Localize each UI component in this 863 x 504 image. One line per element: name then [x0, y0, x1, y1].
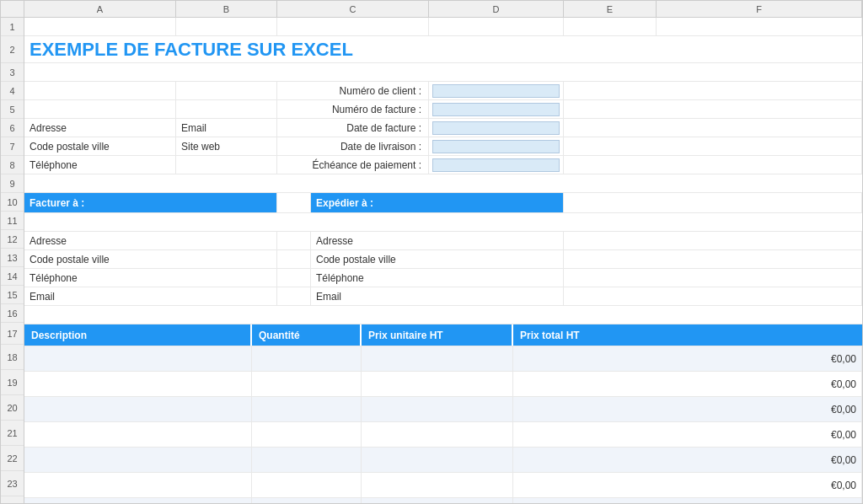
cell-4a — [24, 82, 176, 99]
num-facture-input[interactable] — [429, 100, 564, 118]
item-6-desc[interactable] — [24, 473, 252, 497]
item-5-price[interactable] — [362, 448, 513, 472]
item-3-qty[interactable] — [252, 397, 362, 421]
item-2-qty[interactable] — [252, 372, 362, 396]
row-15: Email Email — [24, 287, 862, 306]
cell-4b — [176, 82, 277, 99]
cell-1b — [176, 18, 277, 35]
item-4-qty[interactable] — [252, 422, 362, 447]
item-4-total: €0,00 — [513, 422, 862, 447]
facturer-a-bar: Facturer à : — [24, 193, 277, 212]
cell-1c — [277, 18, 429, 35]
column-headers-row: A B C D E F — [1, 1, 862, 18]
col-header-d: D — [429, 1, 564, 17]
header-prix-unitaire: Prix unitaire HT — [362, 324, 513, 346]
item-7-total: €0,00 — [513, 498, 862, 503]
col-header-c: C — [277, 1, 429, 17]
row-num-21: 21 — [1, 421, 24, 446]
cell-12-right — [564, 232, 862, 249]
telephone-label-left: Téléphone — [24, 156, 176, 174]
item-6-price[interactable] — [362, 473, 513, 497]
expedier-email: Email — [311, 287, 564, 305]
cell-12-gap — [277, 232, 311, 249]
cell-14-gap — [277, 269, 311, 287]
corner-cell — [1, 1, 24, 17]
cell-1a — [24, 18, 176, 35]
row-num-17: 17 — [1, 323, 24, 345]
row-8: Téléphone Échéance de paiement : — [24, 156, 862, 174]
cell-15-right — [564, 287, 862, 305]
row-num-15: 15 — [1, 286, 24, 304]
cell-5b — [176, 100, 277, 118]
item-7-price[interactable] — [362, 498, 513, 503]
item-3-price[interactable] — [362, 397, 513, 421]
row-num-14: 14 — [1, 267, 24, 286]
title-cell: EXEMPLE DE FACTURE SUR EXCEL — [24, 36, 429, 62]
invoice-content: EXEMPLE DE FACTURE SUR EXCEL Numéro de c… — [24, 18, 862, 503]
row-18-item: €0,00 — [24, 346, 862, 372]
row-num-1: 1 — [1, 18, 24, 36]
date-livraison-label: Date de livraison : — [277, 137, 429, 155]
item-7-qty[interactable] — [252, 498, 362, 503]
cell-7e — [564, 137, 862, 155]
col-header-e: E — [564, 1, 657, 17]
row-9 — [24, 174, 862, 193]
row-num-24: 24 — [1, 496, 24, 503]
facturer-code-postal: Code postale ville — [24, 250, 277, 268]
item-1-desc[interactable] — [24, 346, 252, 371]
row-4: Numéro de client : — [24, 82, 862, 100]
row-num-20: 20 — [1, 395, 24, 421]
cell-1d — [429, 18, 564, 35]
item-5-desc[interactable] — [24, 448, 252, 472]
row-10-headers: Facturer à : Expédier à : — [24, 193, 862, 213]
cell-9 — [24, 174, 862, 192]
item-5-qty[interactable] — [252, 448, 362, 472]
row-6: Adresse Email Date de facture : — [24, 119, 862, 137]
cell-5a — [24, 100, 176, 118]
item-7-desc[interactable] — [24, 498, 252, 503]
echeance-input[interactable] — [429, 156, 564, 174]
row-5: Numéro de facture : — [24, 100, 862, 119]
item-4-desc[interactable] — [24, 422, 252, 447]
row-num-12: 12 — [1, 230, 24, 249]
facturer-adresse: Adresse — [24, 232, 277, 249]
item-2-price[interactable] — [362, 372, 513, 396]
cell-5e — [564, 100, 862, 118]
row-16 — [24, 306, 862, 324]
num-client-input[interactable] — [429, 82, 564, 99]
item-5-total: €0,00 — [513, 448, 862, 472]
row-2-title: EXEMPLE DE FACTURE SUR EXCEL — [24, 36, 862, 63]
cell-3 — [24, 63, 862, 81]
code-postal-label-left: Code postale ville — [24, 137, 176, 155]
row-num-6: 6 — [1, 119, 24, 137]
item-1-price[interactable] — [362, 346, 513, 371]
date-livraison-input[interactable] — [429, 137, 564, 155]
row-num-18: 18 — [1, 345, 24, 370]
row-num-4: 4 — [1, 82, 24, 100]
item-1-qty[interactable] — [252, 346, 362, 371]
row-23-item: €0,00 — [24, 473, 862, 498]
item-4-price[interactable] — [362, 422, 513, 447]
row-num-2: 2 — [1, 36, 24, 63]
row-22-item: €0,00 — [24, 448, 862, 473]
header-description: Description — [24, 324, 252, 346]
item-3-desc[interactable] — [24, 397, 252, 421]
cell-14-right — [564, 269, 862, 287]
site-web-label: Site web — [176, 137, 277, 155]
spreadsheet: A B C D E F 1 2 3 4 5 6 7 8 9 10 11 12 1… — [0, 0, 863, 504]
expedier-telephone: Téléphone — [311, 269, 564, 287]
num-client-label: Numéro de client : — [277, 82, 429, 99]
cell-8b — [176, 156, 277, 174]
cell-13-gap — [277, 250, 311, 268]
facturer-telephone: Téléphone — [24, 269, 277, 287]
cell-11 — [24, 213, 862, 231]
row-3 — [24, 63, 862, 82]
row-19-item: €0,00 — [24, 372, 862, 397]
adresse-label-left: Adresse — [24, 119, 176, 137]
item-2-desc[interactable] — [24, 372, 252, 396]
date-facture-input[interactable] — [429, 119, 564, 137]
row-numbers: 1 2 3 4 5 6 7 8 9 10 11 12 13 14 15 16 1… — [1, 18, 24, 503]
num-facture-label: Numéro de facture : — [277, 100, 429, 118]
item-6-qty[interactable] — [252, 473, 362, 497]
date-facture-label: Date de facture : — [277, 119, 429, 137]
